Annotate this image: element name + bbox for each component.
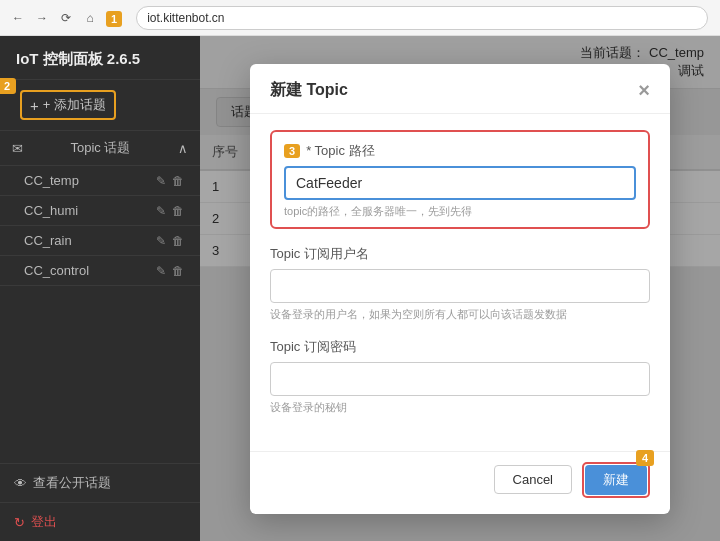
step2-badge: 2 (0, 78, 16, 94)
step3-badge: 3 (284, 144, 300, 158)
topic-username-input[interactable] (270, 269, 650, 303)
topic-actions-cc-control: ✎ 🗑 (156, 264, 184, 278)
topic-password-hint: 设备登录的秘钥 (270, 400, 650, 415)
topic-path-input[interactable] (284, 166, 636, 200)
modal-footer: Cancel 4 新建 (250, 451, 670, 514)
topic-item-cc-control[interactable]: CC_control ✎ 🗑 (0, 256, 200, 286)
topic-password-input[interactable] (270, 362, 650, 396)
modal-overlay: 新建 Topic × 3 * Topic 路径 topic的路径，全服务器 (200, 36, 720, 541)
topic-path-label: 3 * Topic 路径 (284, 142, 636, 160)
topic-username-group: Topic 订阅用户名 设备登录的用户名，如果为空则所有人都可以向该话题发数据 (270, 245, 650, 322)
sidebar-footer: 👁 查看公开话题 ↻ 登出 (0, 463, 200, 541)
edit-icon-cc-humi[interactable]: ✎ (156, 204, 166, 218)
address-bar[interactable]: iot.kittenbot.cn (136, 6, 708, 30)
edit-icon-cc-control[interactable]: ✎ (156, 264, 166, 278)
logout-button[interactable]: ↻ 登出 (0, 502, 200, 541)
modal-body: 3 * Topic 路径 topic的路径，全服务器唯一，先到先得 Topic … (250, 114, 670, 451)
section-label: Topic 话题 (71, 139, 131, 157)
topic-actions-cc-rain: ✎ 🗑 (156, 234, 184, 248)
topic-actions-cc-temp: ✎ 🗑 (156, 174, 184, 188)
browser-nav: ← → ⟳ ⌂ (8, 8, 100, 28)
app-title: IoT 控制面板 2.6.5 (0, 36, 200, 80)
forward-btn[interactable]: → (32, 8, 52, 28)
sidebar-top-bar: 2 + + 添加话题 (0, 80, 200, 131)
envelope-icon: ✉ (12, 141, 23, 156)
logout-icon: ↻ (14, 515, 25, 530)
logout-label: 登出 (31, 513, 57, 531)
add-topic-label: + 添加话题 (43, 96, 106, 114)
topic-path-hint: topic的路径，全服务器唯一，先到先得 (284, 204, 636, 219)
step1-badge: 1 (106, 11, 122, 27)
step4-badge: 4 (636, 450, 654, 466)
modal-close-button[interactable]: × (638, 80, 650, 100)
chevron-up-icon: ∧ (178, 141, 188, 156)
topic-item-cc-humi[interactable]: CC_humi ✎ 🗑 (0, 196, 200, 226)
eye-icon: 👁 (14, 476, 27, 491)
back-btn[interactable]: ← (8, 8, 28, 28)
topic-name-cc-control: CC_control (24, 263, 89, 278)
topic-item-cc-temp[interactable]: CC_temp ✎ 🗑 (0, 166, 200, 196)
topic-username-hint: 设备登录的用户名，如果为空则所有人都可以向该话题发数据 (270, 307, 650, 322)
topic-password-group: Topic 订阅密码 设备登录的秘钥 (270, 338, 650, 415)
browser-bar: ← → ⟳ ⌂ 1 iot.kittenbot.cn (0, 0, 720, 36)
sidebar: IoT 控制面板 2.6.5 2 + + 添加话题 ✉ Topic 话题 ∧ C… (0, 36, 200, 541)
submit-btn-wrapper: 4 新建 (582, 462, 650, 498)
submit-button[interactable]: 新建 (585, 465, 647, 495)
url-text: iot.kittenbot.cn (147, 11, 224, 25)
refresh-btn[interactable]: ⟳ (56, 8, 76, 28)
topic-path-section: 3 * Topic 路径 topic的路径，全服务器唯一，先到先得 (270, 130, 650, 229)
delete-icon-cc-control[interactable]: 🗑 (172, 264, 184, 278)
home-btn[interactable]: ⌂ (80, 8, 100, 28)
delete-icon-cc-humi[interactable]: 🗑 (172, 204, 184, 218)
edit-icon-cc-rain[interactable]: ✎ (156, 234, 166, 248)
cancel-button[interactable]: Cancel (494, 465, 572, 494)
delete-icon-cc-rain[interactable]: 🗑 (172, 234, 184, 248)
public-topics-button[interactable]: 👁 查看公开话题 (0, 464, 200, 502)
modal-header: 新建 Topic × (250, 64, 670, 114)
topic-name-cc-temp: CC_temp (24, 173, 79, 188)
topic-name-cc-rain: CC_rain (24, 233, 72, 248)
plus-icon: + (30, 98, 39, 113)
modal-title: 新建 Topic (270, 80, 348, 101)
public-topics-label: 查看公开话题 (33, 474, 111, 492)
app-container: IoT 控制面板 2.6.5 2 + + 添加话题 ✉ Topic 话题 ∧ C… (0, 36, 720, 541)
new-topic-modal: 新建 Topic × 3 * Topic 路径 topic的路径，全服务器 (250, 64, 670, 514)
topic-section-header[interactable]: ✉ Topic 话题 ∧ (0, 131, 200, 166)
delete-icon-cc-temp[interactable]: 🗑 (172, 174, 184, 188)
topic-actions-cc-humi: ✎ 🗑 (156, 204, 184, 218)
add-topic-button[interactable]: + + 添加话题 (20, 90, 116, 120)
topic-password-label: Topic 订阅密码 (270, 338, 650, 356)
main-area: 当前话题： CC_temp 调试 话题 删除 序号 话题 数值 时间 (200, 36, 720, 541)
topic-section: ✉ Topic 话题 ∧ CC_temp ✎ 🗑 CC_humi ✎ 🗑 CC_ (0, 131, 200, 286)
edit-icon-cc-temp[interactable]: ✎ (156, 174, 166, 188)
topic-name-cc-humi: CC_humi (24, 203, 78, 218)
topic-username-label: Topic 订阅用户名 (270, 245, 650, 263)
topic-item-cc-rain[interactable]: CC_rain ✎ 🗑 (0, 226, 200, 256)
